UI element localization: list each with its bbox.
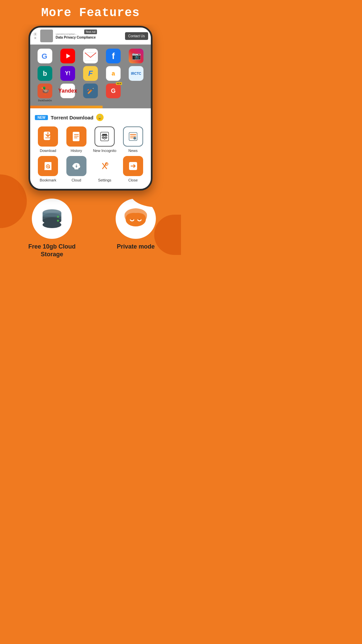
menu-item-label-settings: Settings bbox=[98, 178, 111, 182]
phone-wrapper: i ✕ vanreincomplian... Data Privacy Comp… bbox=[0, 24, 181, 191]
app-icon-bing[interactable]: b bbox=[35, 66, 55, 81]
app-icon-duckduckgo[interactable]: 🦆 DuckDuckGo bbox=[35, 84, 55, 102]
menu-item-label-bookmark: Bookmark bbox=[40, 178, 56, 182]
ad-title: Data Privacy Compliance bbox=[56, 36, 122, 39]
cloud-storage-label: Free 10gb Cloud Storage bbox=[25, 243, 79, 259]
menu-item-label-download: Download bbox=[40, 149, 56, 153]
contact-us-button[interactable]: Contact Us bbox=[125, 32, 148, 40]
feature-cloud-storage: Free 10gb Cloud Storage bbox=[25, 199, 79, 259]
menu-item-cloud[interactable]: Cloud bbox=[63, 156, 90, 182]
app-icons-grid: G f 📷 bbox=[30, 45, 151, 106]
menu-item-label-incognito: New Incognito bbox=[93, 149, 116, 153]
news-icon-box bbox=[123, 126, 143, 147]
ad-label: Test Ad bbox=[84, 30, 97, 34]
menu-item-label-close: Close bbox=[128, 178, 138, 182]
menu-header: NEW Torrent Download 🔒 bbox=[35, 114, 146, 121]
menu-item-history[interactable]: History bbox=[63, 126, 90, 153]
menu-item-label-history: History bbox=[71, 149, 82, 153]
ad-image bbox=[40, 30, 53, 42]
menu-item-settings[interactable]: Settings bbox=[92, 156, 118, 182]
svg-point-26 bbox=[47, 166, 49, 167]
feature-private-mode: Private mode bbox=[116, 199, 156, 251]
app-icon-irctc[interactable]: IRCTC bbox=[126, 66, 146, 81]
torrent-lock-icon: 🔒 bbox=[96, 114, 104, 121]
ad-close-icon[interactable]: ✕ bbox=[34, 36, 37, 40]
settings-icon-box bbox=[95, 156, 115, 176]
ad-info-icon: i bbox=[33, 32, 37, 36]
menu-item-incognito[interactable]: New Incognito bbox=[92, 126, 118, 153]
menu-grid: Download History bbox=[35, 126, 146, 182]
app-icon-label-duckduckgo: DuckDuckGo bbox=[38, 99, 52, 102]
ad-info: i ✕ bbox=[33, 32, 38, 40]
features-section: Free 10gb Cloud Storage Private mode bbox=[0, 191, 181, 265]
ad-bar: i ✕ vanreincomplian... Data Privacy Comp… bbox=[30, 28, 151, 45]
private-mode-label: Private mode bbox=[117, 243, 155, 251]
app-header: More Features bbox=[0, 0, 181, 24]
app-icon-yahoo[interactable]: Y! bbox=[58, 66, 78, 81]
history-icon-box bbox=[66, 126, 86, 147]
menu-item-label-news: News bbox=[128, 149, 138, 153]
menu-title: Torrent Download bbox=[51, 115, 93, 120]
menu-panel: NEW Torrent Download 🔒 bbox=[30, 108, 151, 189]
menu-item-label-cloud: Cloud bbox=[71, 178, 81, 182]
phone-device: i ✕ vanreincomplian... Data Privacy Comp… bbox=[28, 26, 153, 191]
app-icon-facebook[interactable]: f bbox=[103, 49, 123, 63]
app-icon-instagram[interactable]: 📷 bbox=[126, 49, 146, 63]
cloud-icon-box bbox=[66, 156, 86, 176]
svg-point-44 bbox=[43, 221, 61, 228]
app-icon-youtube[interactable] bbox=[58, 49, 78, 63]
bookmark-icon-box bbox=[38, 156, 58, 176]
svg-text:G: G bbox=[42, 52, 47, 60]
svg-rect-12 bbox=[102, 135, 108, 136]
orange-separator bbox=[30, 106, 103, 108]
cloud-storage-icon bbox=[32, 199, 72, 239]
svg-marker-1 bbox=[66, 54, 70, 58]
svg-point-17 bbox=[104, 139, 105, 140]
menu-item-download[interactable]: Download bbox=[35, 126, 61, 153]
download-icon-box bbox=[38, 126, 58, 147]
page-title: More Features bbox=[0, 6, 181, 20]
app-icon-amazon[interactable]: a bbox=[103, 66, 123, 81]
new-badge: NEW bbox=[35, 115, 48, 120]
app-icon-flipkart[interactable]: F bbox=[80, 66, 101, 81]
svg-rect-10 bbox=[101, 132, 109, 141]
app-icon-yandex[interactable]: Yandex bbox=[58, 84, 78, 102]
menu-item-close[interactable]: Close bbox=[120, 156, 146, 182]
menu-item-news[interactable]: News bbox=[120, 126, 146, 153]
app-icon-gnews[interactable]: G NEW bbox=[103, 84, 123, 102]
svg-point-18 bbox=[105, 139, 105, 140]
menu-item-bookmark[interactable]: Bookmark bbox=[35, 156, 61, 182]
svg-point-15 bbox=[103, 137, 104, 138]
app-icon-gmail[interactable] bbox=[80, 49, 101, 63]
svg-point-42 bbox=[57, 220, 59, 222]
incognito-icon-box bbox=[95, 126, 115, 147]
close-icon-box bbox=[123, 156, 143, 176]
svg-point-16 bbox=[106, 137, 107, 138]
private-mode-icon bbox=[116, 199, 156, 239]
svg-point-23 bbox=[133, 137, 136, 140]
browser-screen: i ✕ vanreincomplian... Data Privacy Comp… bbox=[30, 28, 151, 189]
app-icon-google[interactable]: G bbox=[35, 49, 55, 63]
app-icon-espn[interactable]: 🏏 bbox=[80, 84, 101, 102]
svg-point-41 bbox=[57, 216, 59, 218]
